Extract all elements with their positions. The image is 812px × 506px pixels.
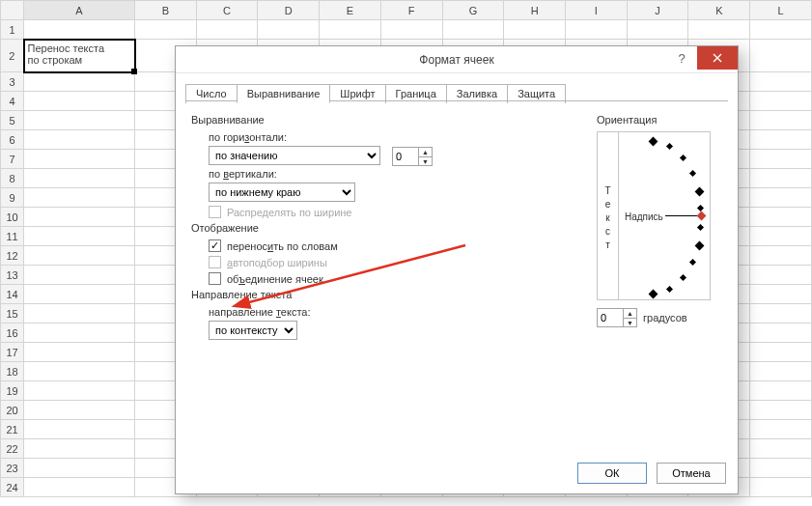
cell[interactable] xyxy=(688,20,750,40)
close-button[interactable] xyxy=(697,46,738,70)
row-header[interactable]: 17 xyxy=(1,343,24,362)
cell[interactable] xyxy=(24,439,135,459)
cell[interactable] xyxy=(24,304,135,323)
cell[interactable] xyxy=(750,381,812,401)
row-header[interactable]: 14 xyxy=(1,285,24,304)
cell[interactable] xyxy=(750,92,812,111)
cell[interactable] xyxy=(24,20,135,40)
row-header[interactable]: 6 xyxy=(1,130,24,150)
col-header-E[interactable]: E xyxy=(320,1,381,20)
cell[interactable] xyxy=(750,227,812,246)
cell[interactable] xyxy=(24,188,135,208)
orientation-control[interactable]: Т е к с т xyxy=(597,131,711,300)
merge-cells-checkbox[interactable] xyxy=(209,272,221,285)
cell[interactable] xyxy=(504,20,566,40)
cell[interactable] xyxy=(750,420,812,439)
row-header[interactable]: 8 xyxy=(1,169,24,188)
cell[interactable] xyxy=(320,20,381,40)
col-header-A[interactable]: A xyxy=(24,1,135,20)
cell[interactable] xyxy=(380,20,442,40)
row-header[interactable]: 21 xyxy=(1,420,24,439)
select-all-corner[interactable] xyxy=(1,1,24,20)
row-header[interactable]: 5 xyxy=(1,111,24,130)
row-header[interactable]: 20 xyxy=(1,401,24,420)
row-header[interactable]: 19 xyxy=(1,381,24,401)
row-header[interactable]: 16 xyxy=(1,323,24,343)
tab-alignment[interactable]: Выравнивание xyxy=(237,84,331,103)
vertical-align-select[interactable]: по нижнему краю xyxy=(209,183,355,202)
row-header[interactable]: 18 xyxy=(1,362,24,381)
col-header-J[interactable]: J xyxy=(627,1,688,20)
cell[interactable] xyxy=(24,246,135,266)
row-header[interactable]: 15 xyxy=(1,304,24,323)
cell[interactable] xyxy=(24,362,135,381)
cell[interactable] xyxy=(750,266,812,285)
text-direction-select[interactable]: по контексту xyxy=(209,321,297,340)
degrees-spinner[interactable]: ▲ ▼ xyxy=(597,308,637,327)
row-header[interactable]: 23 xyxy=(1,459,24,478)
cell[interactable] xyxy=(24,130,135,150)
cell[interactable] xyxy=(24,150,135,169)
cell[interactable] xyxy=(24,72,135,92)
vertical-text-button[interactable]: Т е к с т xyxy=(598,132,619,299)
cell[interactable] xyxy=(24,459,135,478)
cell[interactable] xyxy=(750,246,812,266)
cancel-button[interactable]: Отмена xyxy=(657,463,726,484)
fill-handle[interactable] xyxy=(131,69,137,74)
cell[interactable] xyxy=(750,439,812,459)
row-header[interactable]: 9 xyxy=(1,188,24,208)
indent-up-icon[interactable]: ▲ xyxy=(418,148,432,156)
row-header[interactable]: 11 xyxy=(1,227,24,246)
cell[interactable] xyxy=(750,343,812,362)
col-header-B[interactable]: B xyxy=(135,1,197,20)
cell[interactable] xyxy=(750,208,812,227)
col-header-D[interactable]: D xyxy=(258,1,320,20)
col-header-H[interactable]: H xyxy=(504,1,566,20)
indent-down-icon[interactable]: ▼ xyxy=(418,156,432,165)
cell[interactable] xyxy=(750,285,812,304)
cell[interactable] xyxy=(750,459,812,478)
cell[interactable] xyxy=(258,20,320,40)
cell[interactable] xyxy=(750,323,812,343)
row-header[interactable]: 3 xyxy=(1,72,24,92)
indent-spinner[interactable]: ▲ ▼ xyxy=(392,147,433,166)
col-header-C[interactable]: C xyxy=(196,1,258,20)
degrees-up-icon[interactable]: ▲ xyxy=(623,309,636,318)
col-header-L[interactable]: L xyxy=(750,1,812,20)
cell[interactable] xyxy=(750,40,812,72)
cell[interactable] xyxy=(24,169,135,188)
cell[interactable] xyxy=(24,208,135,227)
row-header[interactable]: 24 xyxy=(1,478,24,497)
cell[interactable] xyxy=(750,72,812,92)
cell[interactable] xyxy=(24,420,135,439)
cell[interactable] xyxy=(196,20,258,40)
cell[interactable] xyxy=(566,20,628,40)
cell[interactable] xyxy=(24,381,135,401)
cell[interactable] xyxy=(24,478,135,497)
row-header[interactable]: 22 xyxy=(1,439,24,459)
help-button[interactable]: ? xyxy=(668,46,695,70)
orientation-arc[interactable]: Надпись xyxy=(619,132,710,299)
cell[interactable] xyxy=(750,304,812,323)
cell[interactable] xyxy=(24,266,135,285)
horizontal-align-select[interactable]: по значению xyxy=(209,146,380,165)
degrees-input[interactable] xyxy=(598,309,623,326)
cell[interactable]: Перенос текста по строкам xyxy=(24,40,135,72)
cell[interactable] xyxy=(24,227,135,246)
cell[interactable] xyxy=(24,401,135,420)
cell[interactable] xyxy=(750,362,812,381)
row-header[interactable]: 4 xyxy=(1,92,24,111)
row-header[interactable]: 12 xyxy=(1,246,24,266)
cell[interactable] xyxy=(750,130,812,150)
cell[interactable] xyxy=(750,150,812,169)
col-header-G[interactable]: G xyxy=(442,1,504,20)
row-header[interactable]: 13 xyxy=(1,266,24,285)
cell[interactable] xyxy=(750,20,812,40)
wrap-text-checkbox[interactable] xyxy=(209,239,221,252)
col-header-F[interactable]: F xyxy=(380,1,442,20)
indent-input[interactable] xyxy=(393,148,418,165)
degrees-down-icon[interactable]: ▼ xyxy=(623,318,636,326)
row-header[interactable]: 7 xyxy=(1,150,24,169)
dialog-titlebar[interactable]: Формат ячеек ? xyxy=(176,46,738,73)
cell[interactable] xyxy=(24,111,135,130)
